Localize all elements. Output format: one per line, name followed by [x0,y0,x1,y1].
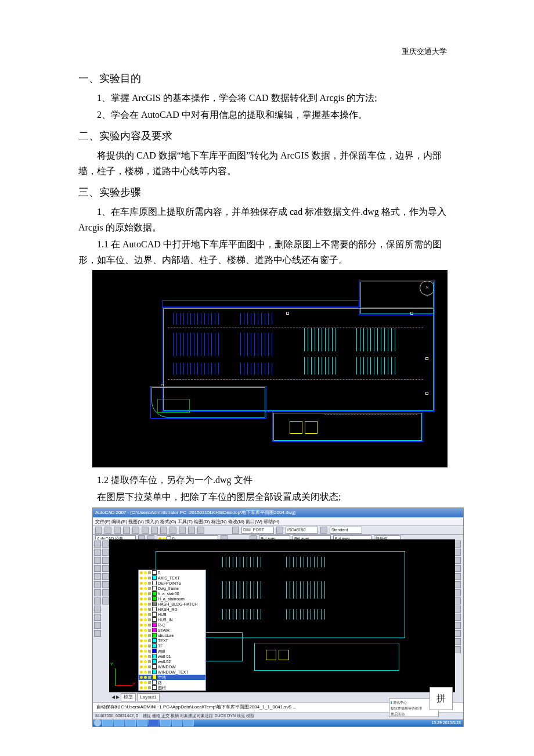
tab-model[interactable]: 模型 [121,693,136,701]
undo-icon[interactable] [160,527,167,534]
region-icon[interactable] [94,622,101,629]
layer-freeze-icon[interactable] [144,629,147,632]
layer-item[interactable]: R-C [139,622,205,628]
circle-icon[interactable] [94,557,101,564]
arc-icon[interactable] [94,565,101,572]
cut-icon[interactable] [132,527,139,534]
layer-lock-icon[interactable] [148,587,151,590]
layer-on-icon[interactable] [140,639,143,642]
tablestyle-dropdown[interactable]: Standard [330,527,362,534]
save-icon[interactable] [114,527,121,534]
spline-icon[interactable] [102,541,109,548]
task-folder-icon[interactable] [125,719,136,726]
block-icon[interactable] [94,606,101,613]
copy-icon[interactable] [142,527,149,534]
layer-freeze-icon[interactable] [144,624,147,627]
layer-lock-icon[interactable] [148,571,151,574]
layer-on-icon[interactable] [140,660,143,663]
layer-on-icon[interactable] [140,634,143,637]
dimstyle-icon[interactable] [232,527,239,534]
layer-item[interactable]: HUB [139,612,205,617]
layer-item[interactable]: H_a_stairroom [139,596,205,602]
layer-freeze-icon[interactable] [144,671,147,674]
paste-icon[interactable] [151,527,158,534]
task-explorer-icon[interactable] [102,719,113,726]
layer-color-swatch[interactable] [152,581,157,585]
status-toggles[interactable]: 捕捉 栅格 正交 极轴 对象捕捉 对象追踪 DUCS DYN 线宽 模型 [143,714,254,718]
layer-color-swatch[interactable] [152,669,157,674]
layer-lock-icon[interactable] [148,660,151,663]
task-word-icon[interactable] [149,719,159,726]
menu-bar[interactable]: 文件(F) 编辑(E) 视图(V) 插入(I) 格式(O) 工具(T) 绘图(D… [93,517,463,526]
layer-on-icon[interactable] [140,629,143,632]
layer-color-swatch[interactable] [152,586,157,591]
mline-icon[interactable] [102,565,109,572]
task-app3-icon[interactable] [183,719,194,726]
layer-on-icon[interactable] [140,613,143,616]
tablestyle-icon[interactable] [320,527,327,534]
ellipse-icon[interactable] [94,581,101,588]
layer-item[interactable]: wall-02 [139,659,205,664]
layer-color-swatch[interactable] [152,654,157,658]
layer-on-icon[interactable] [140,650,143,653]
ime-popup[interactable]: 拼 [430,687,453,710]
layer-lock-icon[interactable] [148,618,151,621]
layer-on-icon[interactable] [140,655,143,658]
layer-lock-icon[interactable] [148,613,151,616]
layer-lock-icon[interactable] [148,655,151,658]
layer-color-swatch[interactable] [152,607,157,611]
layer-item[interactable]: wall-01 [139,654,205,659]
task-app2-icon[interactable] [172,719,182,726]
layer-freeze-icon[interactable] [144,686,147,689]
layer-freeze-icon[interactable] [144,655,147,658]
tab-layout1[interactable]: Layout1 [137,693,159,701]
layer-on-icon[interactable] [140,592,143,595]
point-icon[interactable] [94,614,101,621]
layer-on-icon[interactable] [140,618,143,621]
layer-on-icon[interactable] [140,665,143,668]
revcloud-icon[interactable] [102,581,109,588]
layer-freeze-icon[interactable] [144,597,147,600]
layer-item[interactable]: HUB_IN [139,617,205,622]
layer-freeze-icon[interactable] [144,665,147,668]
layer-color-swatch[interactable] [152,685,157,690]
table-icon[interactable] [94,630,101,637]
layer-freeze-icon[interactable] [144,618,147,621]
layer-color-swatch[interactable] [152,638,157,643]
textstyle-icon[interactable] [276,527,283,534]
task-app1-icon[interactable] [160,719,171,726]
layer-color-swatch[interactable] [152,633,157,638]
task-browser-icon[interactable] [114,719,124,726]
tab-nav-icon[interactable]: ◀ ▶ [111,693,120,701]
open-icon[interactable] [104,527,111,534]
ray-icon[interactable] [102,557,109,564]
layer-item[interactable]: HASH_BLDG-HATCH [139,602,205,607]
layer-item[interactable]: 空地 [139,675,205,680]
layer-item[interactable]: WINDOW_TEXT [139,669,205,675]
info-popup-line2[interactable]: 重启活动... [391,712,407,716]
layer-freeze-icon[interactable] [144,582,147,585]
help-icon[interactable] [197,527,204,534]
zoom-icon[interactable] [179,527,186,534]
layer-freeze-icon[interactable] [144,634,147,637]
layer-item[interactable]: h_a_stair00 [139,591,205,596]
layer-on-icon[interactable] [140,686,143,689]
layer-on-icon[interactable] [140,597,143,600]
layer-item[interactable]: STAIR [139,628,205,633]
layer-lock-icon[interactable] [148,629,151,632]
print-icon[interactable] [123,527,130,534]
layer-lock-icon[interactable] [148,686,151,689]
layer-freeze-icon[interactable] [144,577,147,579]
layer-on-icon[interactable] [140,645,143,647]
taskbar-clock[interactable]: 15:29 2015/3/28 [431,719,462,726]
layer-color-swatch[interactable] [152,643,157,648]
layer-lock-icon[interactable] [148,639,151,642]
hatch-icon[interactable] [94,589,101,596]
layer-color-swatch[interactable] [152,602,157,606]
layer-lock-icon[interactable] [148,665,151,668]
drawing-canvas[interactable]: Y X 0AXIS_TEXTDEFPOINTSDwg_frameh_a_stai… [109,539,455,693]
window-titlebar[interactable]: AutoCAD 2007 - [C:\Users\Administrator-P… [93,508,463,517]
layer-color-swatch[interactable] [152,664,157,669]
layer-lock-icon[interactable] [148,634,151,637]
layer-item[interactable]: HASH_RD [139,607,205,612]
